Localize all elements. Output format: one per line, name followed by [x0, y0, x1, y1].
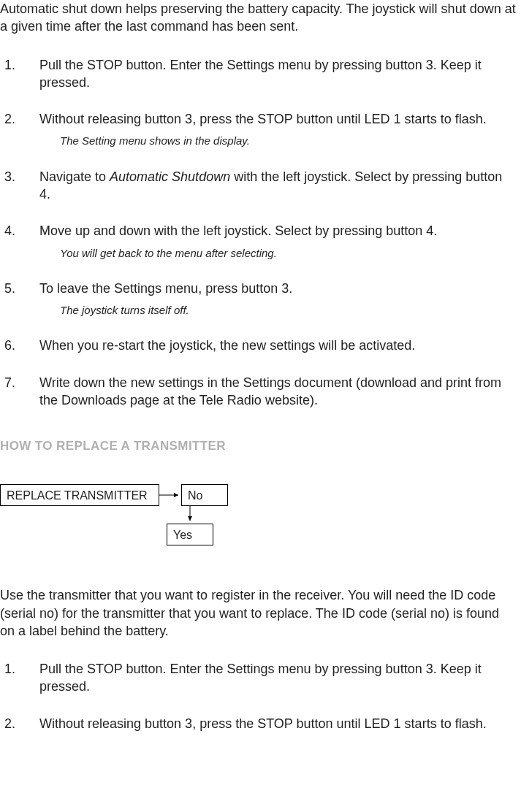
step-body: To leave the Settings menu, press button… — [39, 280, 517, 318]
step-text: Without releasing button 3, press the ST… — [39, 716, 487, 731]
section-heading: HOW TO REPLACE A TRANSMITTER — [0, 438, 517, 455]
step-number: 3. — [0, 168, 39, 204]
steps-list-2: 1. Pull the STOP button. Enter the Setti… — [0, 660, 517, 732]
step-text: Write down the new settings in the Setti… — [39, 375, 501, 407]
step-2: 2. Without releasing button 3, press the… — [0, 715, 517, 732]
steps-list-1: 1. Pull the STOP button. Enter the Setti… — [0, 56, 517, 410]
step-note: The joystick turns itself off. — [60, 303, 517, 318]
step-text: When you re-start the joystick, the new … — [39, 338, 415, 353]
step-4: 4. Move up and down with the left joysti… — [0, 222, 517, 261]
step-note: You will get back to the menu after sele… — [60, 246, 517, 261]
step-text: Without releasing button 3, press the ST… — [39, 112, 487, 126]
step-3: 3. Navigate to Automatic Shutdown with t… — [0, 168, 517, 204]
step-body: Without releasing button 3, press the ST… — [39, 715, 517, 732]
step-number: 2. — [0, 715, 39, 732]
diagram-arrows — [0, 484, 241, 550]
step-body: Pull the STOP button. Enter the Settings… — [39, 660, 517, 696]
step-1: 1. Pull the STOP button. Enter the Setti… — [0, 56, 517, 92]
intro-paragraph-1: Automatic shut down helps preserving the… — [0, 0, 517, 36]
step-body: Move up and down with the left joystick.… — [39, 222, 517, 261]
step-text: Pull the STOP button. Enter the Settings… — [39, 58, 482, 90]
step-number: 2. — [0, 110, 39, 149]
step-number: 1. — [0, 660, 39, 696]
page: Automatic shut down helps preserving the… — [0, 0, 521, 732]
step-5: 5. To leave the Settings menu, press but… — [0, 280, 517, 318]
step-2: 2. Without releasing button 3, press the… — [0, 110, 517, 149]
step-7: 7. Write down the new settings in the Se… — [0, 374, 517, 410]
step-text-part-a: Navigate to — [39, 169, 110, 184]
step-body: Pull the STOP button. Enter the Settings… — [39, 56, 517, 92]
step-body: Write down the new settings in the Setti… — [39, 374, 517, 410]
step-body: Without releasing button 3, press the ST… — [39, 110, 517, 149]
step-text: Move up and down with the left joystick.… — [39, 223, 437, 238]
step-number: 4. — [0, 222, 39, 261]
step-body: Navigate to Automatic Shutdown with the … — [39, 168, 517, 204]
step-number: 7. — [0, 374, 39, 410]
step-term: Automatic Shutdown — [110, 169, 230, 184]
step-note: The Setting menu shows in the display. — [60, 134, 517, 148]
step-text: Pull the STOP button. Enter the Settings… — [39, 662, 482, 694]
step-1: 1. Pull the STOP button. Enter the Setti… — [0, 660, 517, 696]
step-text: To leave the Settings menu, press button… — [39, 281, 292, 296]
step-body: When you re-start the joystick, the new … — [39, 337, 517, 354]
step-number: 1. — [0, 56, 39, 92]
step-number: 5. — [0, 280, 39, 318]
intro-paragraph-2: Use the transmitter that you want to reg… — [0, 586, 517, 640]
step-number: 6. — [0, 337, 39, 354]
step-6: 6. When you re-start the joystick, the n… — [0, 337, 517, 354]
menu-diagram: REPLACE TRANSMITTER No Yes — [0, 484, 517, 550]
